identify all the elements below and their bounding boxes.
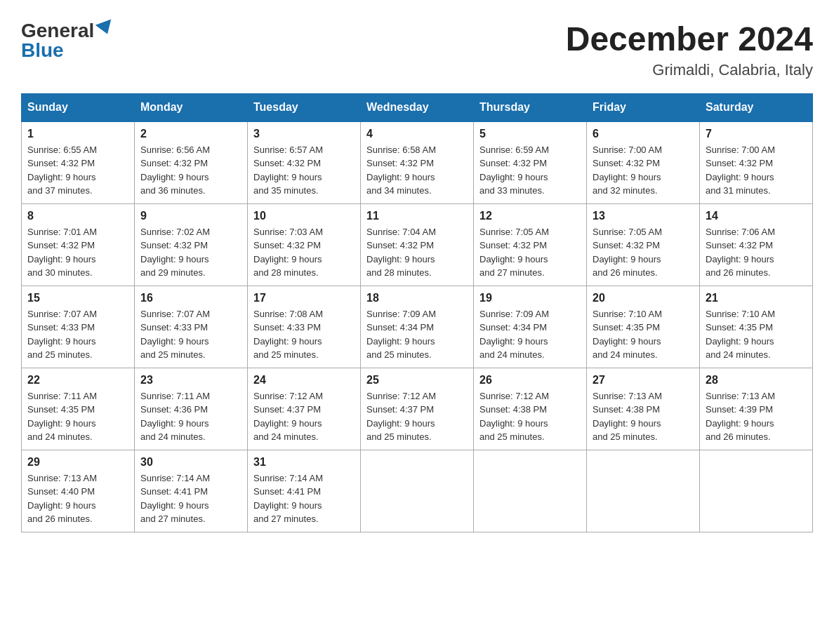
- calendar-cell: 29Sunrise: 7:13 AMSunset: 4:40 PMDayligh…: [22, 450, 135, 532]
- day-info: Sunrise: 7:10 AMSunset: 4:35 PMDaylight:…: [593, 307, 694, 362]
- day-number: 17: [253, 292, 355, 304]
- day-info: Sunrise: 7:12 AMSunset: 4:37 PMDaylight:…: [253, 389, 355, 444]
- calendar-week-row: 1Sunrise: 6:55 AMSunset: 4:32 PMDaylight…: [22, 121, 813, 204]
- day-info: Sunrise: 6:58 AMSunset: 4:32 PMDaylight:…: [366, 143, 468, 198]
- calendar-cell: 18Sunrise: 7:09 AMSunset: 4:34 PMDayligh…: [361, 286, 474, 368]
- calendar-cell: 4Sunrise: 6:58 AMSunset: 4:32 PMDaylight…: [361, 121, 474, 204]
- weekday-header-wednesday: Wednesday: [361, 93, 474, 121]
- calendar-cell: 23Sunrise: 7:11 AMSunset: 4:36 PMDayligh…: [135, 368, 248, 450]
- day-number: 26: [479, 374, 581, 387]
- logo-general-text: General: [21, 21, 94, 41]
- calendar-cell: 7Sunrise: 7:00 AMSunset: 4:32 PMDaylight…: [700, 121, 813, 204]
- day-info: Sunrise: 7:00 AMSunset: 4:32 PMDaylight:…: [593, 143, 694, 198]
- day-number: 30: [140, 456, 241, 469]
- day-info: Sunrise: 7:14 AMSunset: 4:41 PMDaylight:…: [253, 471, 355, 526]
- calendar-cell: [474, 450, 587, 532]
- logo-arrow-icon: [95, 19, 116, 36]
- day-number: 3: [253, 128, 355, 140]
- day-number: 21: [706, 292, 807, 304]
- calendar-cell: 22Sunrise: 7:11 AMSunset: 4:35 PMDayligh…: [22, 368, 135, 450]
- page-header: General Blue December 2024 Grimaldi, Cal…: [21, 21, 813, 79]
- day-info: Sunrise: 7:07 AMSunset: 4:33 PMDaylight:…: [27, 307, 128, 362]
- calendar-cell: 17Sunrise: 7:08 AMSunset: 4:33 PMDayligh…: [248, 286, 361, 368]
- calendar-cell: 9Sunrise: 7:02 AMSunset: 4:32 PMDaylight…: [135, 203, 248, 286]
- calendar-cell: 19Sunrise: 7:09 AMSunset: 4:34 PMDayligh…: [474, 286, 587, 368]
- calendar-week-row: 29Sunrise: 7:13 AMSunset: 4:40 PMDayligh…: [22, 450, 813, 532]
- weekday-header-monday: Monday: [135, 93, 248, 121]
- day-info: Sunrise: 7:00 AMSunset: 4:32 PMDaylight:…: [706, 143, 807, 198]
- day-number: 15: [27, 292, 128, 304]
- day-info: Sunrise: 7:05 AMSunset: 4:32 PMDaylight:…: [479, 225, 581, 280]
- calendar-cell: 20Sunrise: 7:10 AMSunset: 4:35 PMDayligh…: [587, 286, 700, 368]
- calendar-cell: 1Sunrise: 6:55 AMSunset: 4:32 PMDaylight…: [22, 121, 135, 204]
- day-number: 25: [366, 374, 468, 387]
- day-number: 20: [593, 292, 694, 304]
- calendar-week-row: 22Sunrise: 7:11 AMSunset: 4:35 PMDayligh…: [22, 368, 813, 450]
- calendar-cell: 15Sunrise: 7:07 AMSunset: 4:33 PMDayligh…: [22, 286, 135, 368]
- day-info: Sunrise: 6:57 AMSunset: 4:32 PMDaylight:…: [253, 143, 355, 198]
- day-number: 9: [140, 210, 241, 222]
- day-info: Sunrise: 7:04 AMSunset: 4:32 PMDaylight:…: [366, 225, 468, 280]
- day-number: 29: [27, 456, 128, 469]
- day-info: Sunrise: 7:02 AMSunset: 4:32 PMDaylight:…: [140, 225, 241, 280]
- day-info: Sunrise: 7:13 AMSunset: 4:38 PMDaylight:…: [593, 389, 694, 444]
- calendar-cell: 8Sunrise: 7:01 AMSunset: 4:32 PMDaylight…: [22, 203, 135, 286]
- day-number: 19: [479, 292, 581, 304]
- day-info: Sunrise: 7:03 AMSunset: 4:32 PMDaylight:…: [253, 225, 355, 280]
- calendar-cell: 5Sunrise: 6:59 AMSunset: 4:32 PMDaylight…: [474, 121, 587, 204]
- calendar-cell: 16Sunrise: 7:07 AMSunset: 4:33 PMDayligh…: [135, 286, 248, 368]
- day-number: 31: [253, 456, 355, 469]
- calendar-cell: 27Sunrise: 7:13 AMSunset: 4:38 PMDayligh…: [587, 368, 700, 450]
- day-number: 23: [140, 374, 241, 387]
- weekday-header-friday: Friday: [587, 93, 700, 121]
- day-number: 7: [706, 128, 807, 140]
- day-number: 27: [593, 374, 694, 387]
- day-info: Sunrise: 7:14 AMSunset: 4:41 PMDaylight:…: [140, 471, 241, 526]
- day-info: Sunrise: 7:12 AMSunset: 4:37 PMDaylight:…: [366, 389, 468, 444]
- calendar-cell: 13Sunrise: 7:05 AMSunset: 4:32 PMDayligh…: [587, 203, 700, 286]
- day-info: Sunrise: 6:55 AMSunset: 4:32 PMDaylight:…: [27, 143, 128, 198]
- logo-blue-text: Blue: [21, 41, 64, 60]
- day-number: 4: [366, 128, 468, 140]
- day-number: 11: [366, 210, 468, 222]
- day-number: 24: [253, 374, 355, 387]
- day-info: Sunrise: 7:01 AMSunset: 4:32 PMDaylight:…: [27, 225, 128, 280]
- day-info: Sunrise: 7:09 AMSunset: 4:34 PMDaylight:…: [366, 307, 468, 362]
- calendar-cell: 25Sunrise: 7:12 AMSunset: 4:37 PMDayligh…: [361, 368, 474, 450]
- day-number: 28: [706, 374, 807, 387]
- location-subtitle: Grimaldi, Calabria, Italy: [566, 61, 813, 79]
- day-number: 2: [140, 128, 241, 140]
- month-year-title: December 2024: [566, 21, 813, 58]
- calendar-cell: 11Sunrise: 7:04 AMSunset: 4:32 PMDayligh…: [361, 203, 474, 286]
- calendar-cell: 30Sunrise: 7:14 AMSunset: 4:41 PMDayligh…: [135, 450, 248, 532]
- day-info: Sunrise: 7:08 AMSunset: 4:33 PMDaylight:…: [253, 307, 355, 362]
- calendar-cell: 28Sunrise: 7:13 AMSunset: 4:39 PMDayligh…: [700, 368, 813, 450]
- calendar-week-row: 8Sunrise: 7:01 AMSunset: 4:32 PMDaylight…: [22, 203, 813, 286]
- calendar-cell: 6Sunrise: 7:00 AMSunset: 4:32 PMDaylight…: [587, 121, 700, 204]
- weekday-header-tuesday: Tuesday: [248, 93, 361, 121]
- day-number: 5: [479, 128, 581, 140]
- day-info: Sunrise: 7:06 AMSunset: 4:32 PMDaylight:…: [706, 225, 807, 280]
- weekday-header-thursday: Thursday: [474, 93, 587, 121]
- calendar-week-row: 15Sunrise: 7:07 AMSunset: 4:33 PMDayligh…: [22, 286, 813, 368]
- day-info: Sunrise: 7:11 AMSunset: 4:36 PMDaylight:…: [140, 389, 241, 444]
- weekday-header-sunday: Sunday: [22, 93, 135, 121]
- day-number: 12: [479, 210, 581, 222]
- day-number: 10: [253, 210, 355, 222]
- logo: General Blue: [21, 21, 114, 60]
- calendar-cell: 14Sunrise: 7:06 AMSunset: 4:32 PMDayligh…: [700, 203, 813, 286]
- calendar-cell: 12Sunrise: 7:05 AMSunset: 4:32 PMDayligh…: [474, 203, 587, 286]
- day-number: 16: [140, 292, 241, 304]
- calendar-header-row: SundayMondayTuesdayWednesdayThursdayFrid…: [22, 93, 813, 121]
- day-number: 8: [27, 210, 128, 222]
- weekday-header-saturday: Saturday: [700, 93, 813, 121]
- calendar-cell: 26Sunrise: 7:12 AMSunset: 4:38 PMDayligh…: [474, 368, 587, 450]
- calendar-cell: [700, 450, 813, 532]
- title-block: December 2024 Grimaldi, Calabria, Italy: [566, 21, 813, 79]
- calendar-cell: 2Sunrise: 6:56 AMSunset: 4:32 PMDaylight…: [135, 121, 248, 204]
- day-number: 18: [366, 292, 468, 304]
- calendar-cell: 21Sunrise: 7:10 AMSunset: 4:35 PMDayligh…: [700, 286, 813, 368]
- day-number: 13: [593, 210, 694, 222]
- calendar-cell: 24Sunrise: 7:12 AMSunset: 4:37 PMDayligh…: [248, 368, 361, 450]
- day-info: Sunrise: 7:12 AMSunset: 4:38 PMDaylight:…: [479, 389, 581, 444]
